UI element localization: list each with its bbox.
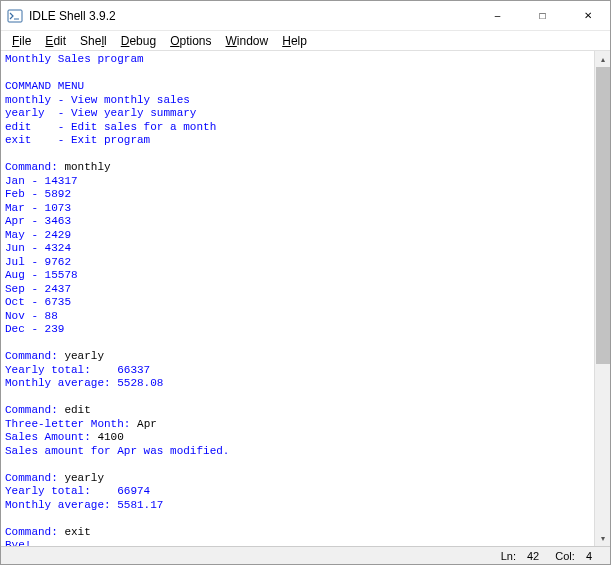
close-button[interactable]: ✕ bbox=[565, 1, 610, 30]
menubar: File Edit Shell Debug Options Window Hel… bbox=[1, 31, 610, 51]
status-line: Ln: 42 bbox=[493, 550, 540, 562]
scroll-thumb[interactable] bbox=[596, 67, 610, 364]
vertical-scrollbar[interactable]: ▴ ▾ bbox=[594, 51, 610, 546]
status-col: Col: 4 bbox=[547, 550, 592, 562]
window-title: IDLE Shell 3.9.2 bbox=[29, 9, 475, 23]
menu-file[interactable]: File bbox=[5, 33, 38, 49]
menu-shell[interactable]: Shell bbox=[73, 33, 114, 49]
menu-debug[interactable]: Debug bbox=[114, 33, 163, 49]
window-titlebar: IDLE Shell 3.9.2 – □ ✕ bbox=[1, 1, 610, 31]
statusbar: Ln: 42 Col: 4 bbox=[1, 546, 610, 564]
maximize-button[interactable]: □ bbox=[520, 1, 565, 30]
menu-options[interactable]: Options bbox=[163, 33, 218, 49]
shell-output[interactable]: Monthly Sales program COMMAND MENU month… bbox=[1, 51, 594, 546]
scroll-down-icon[interactable]: ▾ bbox=[595, 530, 611, 546]
menu-window[interactable]: Window bbox=[219, 33, 276, 49]
window-controls: – □ ✕ bbox=[475, 1, 610, 30]
minimize-button[interactable]: – bbox=[475, 1, 520, 30]
svg-rect-0 bbox=[8, 10, 22, 22]
menu-help[interactable]: Help bbox=[275, 33, 314, 49]
idle-icon bbox=[7, 8, 23, 24]
menu-edit[interactable]: Edit bbox=[38, 33, 73, 49]
scroll-up-icon[interactable]: ▴ bbox=[595, 51, 611, 67]
